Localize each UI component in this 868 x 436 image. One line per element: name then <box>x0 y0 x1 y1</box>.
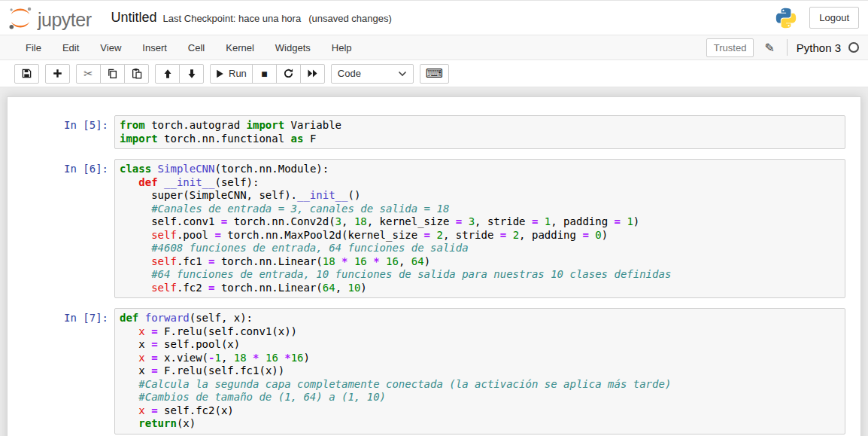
code-line: #Calcula la segunda capa completamente c… <box>120 378 842 392</box>
move-cell-down-button[interactable] <box>179 64 204 84</box>
stop-icon: ■ <box>261 69 267 79</box>
cell-prompt: In [5]: <box>8 115 114 149</box>
cut-icon: ✂ <box>83 68 93 79</box>
menu-bar: FileEditViewInsertCellKernelWidgetsHelp … <box>0 35 868 60</box>
move-down-icon <box>187 69 197 79</box>
cell-prompt: In [7]: <box>8 308 114 434</box>
command-palette-button[interactable]: ⌨ <box>420 64 449 84</box>
code-line: x = x.view(-1, 18 * 16 *16) <box>120 352 842 365</box>
kernel-name-label: Python 3 <box>797 41 841 54</box>
menu-item-insert[interactable]: Insert <box>132 35 178 59</box>
notebook-area: In [5]:from torch.autograd import Variab… <box>0 87 868 436</box>
code-line: x = self.pool(x) <box>120 338 842 352</box>
notebook-title[interactable]: Untitled <box>111 10 157 26</box>
cell-type-dropdown[interactable]: Code <box>331 64 414 84</box>
dropdown-chevron-icon <box>398 71 407 77</box>
cut-button[interactable]: ✂ <box>76 64 101 84</box>
menubar-divider <box>787 39 788 56</box>
notebook-container: In [5]:from torch.autograd import Variab… <box>7 96 861 436</box>
code-line: self.conv1 = torch.nn.Conv2d(3, 18, kern… <box>120 215 842 229</box>
jupyter-logo[interactable]: jupyter <box>8 5 92 31</box>
menu-item-widgets[interactable]: Widgets <box>265 35 321 59</box>
cell-prompt: In [6]: <box>8 159 114 298</box>
code-line: super(SimpleCNN, self).__init__() <box>120 189 842 203</box>
paste-icon <box>131 68 142 79</box>
jupyter-wordmark: jupyter <box>38 11 92 31</box>
restart-icon <box>283 68 294 79</box>
code-cell[interactable]: In [7]:def forward(self, x): x = F.relu(… <box>8 308 845 434</box>
menu-item-kernel[interactable]: Kernel <box>215 35 265 59</box>
pencil-icon[interactable]: ✎ <box>761 41 777 55</box>
save-icon <box>21 68 32 79</box>
code-cell[interactable]: In [5]:from torch.autograd import Variab… <box>8 115 845 149</box>
code-line: #64 funciones de entrada, 10 funciones d… <box>120 268 842 282</box>
code-editor[interactable]: class SimpleCNN(torch.nn.Module): def __… <box>114 159 845 298</box>
keyboard-icon: ⌨ <box>426 68 443 80</box>
menu-item-help[interactable]: Help <box>321 35 363 59</box>
interrupt-kernel-button[interactable]: ■ <box>252 64 277 84</box>
code-line: self.fc2 = torch.nn.Linear(64, 10) <box>120 282 842 295</box>
save-button[interactable] <box>14 64 39 84</box>
trusted-badge[interactable]: Trusted <box>706 38 754 57</box>
menu-item-view[interactable]: View <box>90 35 132 59</box>
code-line: return(x) <box>120 417 842 431</box>
code-line: def __init__(self): <box>120 176 842 190</box>
code-line: #Canales de entrada = 3, canales de sali… <box>120 203 842 216</box>
code-line: import torch.nn.functional as F <box>120 133 842 146</box>
code-line: from torch.autograd import Variable <box>120 119 842 133</box>
paste-button[interactable] <box>124 64 149 84</box>
restart-kernel-button[interactable] <box>276 64 301 84</box>
run-button[interactable]: Run <box>210 64 253 84</box>
code-line: def forward(self, x): <box>120 312 842 325</box>
add-cell-icon <box>53 69 62 78</box>
code-line: x = F.relu(self.fc1(x)) <box>120 364 842 378</box>
cell-type-value: Code <box>338 68 398 79</box>
code-line: class SimpleCNN(torch.nn.Module): <box>120 163 842 176</box>
code-line: #Cambios de tamaño de (1, 64) a (1, 10) <box>120 391 842 404</box>
menu-list: FileEditViewInsertCellKernelWidgetsHelp <box>15 35 363 59</box>
add-cell-button[interactable] <box>45 64 70 84</box>
logout-button[interactable]: Logout <box>809 7 859 29</box>
run-button-label: Run <box>229 68 247 79</box>
menu-item-file[interactable]: File <box>15 35 52 59</box>
code-line: x = self.fc2(x) <box>120 404 842 418</box>
kernel-idle-icon <box>848 42 859 53</box>
move-up-icon <box>162 69 173 79</box>
move-cell-up-button[interactable] <box>155 64 180 84</box>
code-editor[interactable]: def forward(self, x): x = F.relu(self.co… <box>114 308 845 434</box>
code-cell[interactable]: In [6]:class SimpleCNN(torch.nn.Module):… <box>8 159 845 298</box>
copy-icon <box>107 68 118 79</box>
restart-run-all-button[interactable] <box>300 64 325 84</box>
menu-item-edit[interactable]: Edit <box>52 35 90 59</box>
code-editor[interactable]: from torch.autograd import Variableimpor… <box>114 115 845 149</box>
python-logo-icon <box>775 7 797 29</box>
checkpoint-status: Last Checkpoint: hace una hora <box>163 13 302 24</box>
jupyter-logo-icon <box>8 5 33 31</box>
fast-forward-icon <box>307 69 318 78</box>
code-line: x = F.relu(self.conv1(x)) <box>120 325 842 339</box>
code-line: self.pool = torch.nn.MaxPool2d(kernel_si… <box>120 229 842 242</box>
run-icon <box>216 69 224 78</box>
menu-item-cell[interactable]: Cell <box>178 35 215 59</box>
notebook-toolbar: ✂ Run <box>0 60 868 87</box>
code-line: #4608 funciones de entrada, 64 funciones… <box>120 242 842 255</box>
notebook-header: jupyter Untitled Last Checkpoint: hace u… <box>0 0 868 35</box>
code-line: self.fc1 = torch.nn.Linear(18 * 16 * 16,… <box>120 255 842 269</box>
copy-button[interactable] <box>100 64 125 84</box>
unsaved-changes-label: (unsaved changes) <box>308 13 392 24</box>
